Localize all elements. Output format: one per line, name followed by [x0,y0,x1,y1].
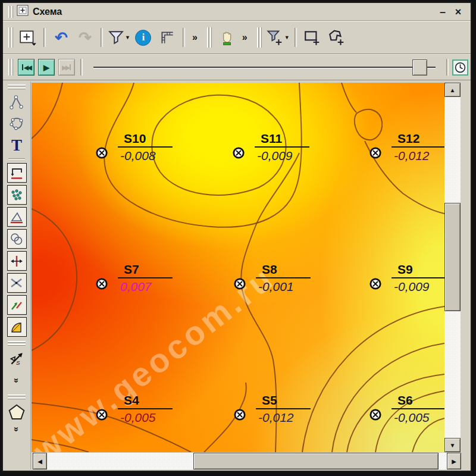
undo-button[interactable]: ↶ [49,26,73,49]
station-marker-icon[interactable] [96,147,108,159]
horizontal-scrollbar[interactable]: ◀ ▶ [33,453,461,469]
undo-arrow-icon: ↶ [55,29,68,47]
separator [8,158,25,159]
separator [446,59,449,76]
chevron-down-icon: ▼ [284,35,290,40]
toolbar-overflow-button[interactable]: » [189,32,201,43]
map-canvas[interactable]: www.geocom.ru S10-0,008S11-0,009S12-0,01… [32,83,444,452]
toolbar-grip[interactable] [257,27,262,48]
select-rectangle-button[interactable] [300,26,324,49]
vertical-scroll-thumb[interactable] [444,203,461,311]
main-toolbar: ↶ ↷ ▼ i » » ▼ [3,21,471,54]
polygon-nodes-icon [8,115,25,132]
station-value: -0,001 [256,280,327,294]
cross-tool-button[interactable] [7,273,27,293]
vector-tool-button[interactable] [7,295,27,315]
separator [80,59,83,76]
scroll-up-button[interactable]: ▲ [444,83,461,97]
separator [183,28,185,47]
station-name: S11 [255,131,309,148]
info-button[interactable]: i [131,26,155,49]
station-value: -0,005 [118,411,189,425]
horizontal-scroll-thumb[interactable] [193,453,439,469]
station-marker-icon[interactable] [233,147,245,159]
info-icon: i [135,30,151,46]
window-title: Схема [33,7,62,17]
angle-tool-button[interactable] [7,207,27,227]
window-icon [16,4,29,20]
station-marker-icon[interactable] [96,278,108,290]
station-value: -0,012 [256,411,327,425]
scroll-left-button[interactable]: ◀ [33,453,47,469]
junction-tool-button[interactable] [7,251,27,271]
corner-ruler-button[interactable] [155,26,179,49]
end-bar-icon [70,64,71,70]
scroll-right-button[interactable]: ▶ [447,453,461,469]
funnel-icon [108,29,124,46]
window-plus-icon [18,29,37,46]
frame-arrow-icon [9,165,24,181]
station-marker-icon[interactable] [369,409,381,421]
station-label: S70,007 [118,262,189,294]
polyline-tool-button[interactable] [6,92,27,113]
station-marker-icon[interactable] [234,278,246,290]
points-tool-button[interactable] [7,185,27,205]
angle-measure-icon [9,209,24,225]
new-view-button[interactable] [16,26,40,49]
cross-lines-icon [9,275,24,291]
titlebar-grip[interactable] [8,6,13,18]
redo-button[interactable]: ↷ [73,26,97,49]
time-settings-button[interactable] [452,60,468,76]
pentagon-icon [7,403,26,422]
station-marker-icon[interactable] [369,278,381,290]
polyline-icon [8,94,25,111]
pan-hand-button[interactable] [215,26,239,49]
timeline-slider[interactable] [92,59,437,76]
funnel-plus-icon [266,29,284,46]
toolbar-grip[interactable] [8,59,13,76]
station-value: -0,005 [392,411,444,425]
station-value: 0,007 [118,280,189,294]
play-button[interactable]: ▶ [38,59,55,76]
station-marker-icon[interactable] [234,409,246,421]
toolbar-grip[interactable] [8,394,26,399]
protractor-tool-button[interactable] [7,317,27,337]
station-value: -0,009 [255,149,326,163]
go-to-start-button[interactable]: ◀◀ [18,59,35,76]
vertical-scroll-track[interactable] [444,97,461,438]
titlebar[interactable]: Схема – × [3,3,471,21]
toolbar-grip[interactable] [8,84,26,89]
go-to-end-button[interactable]: ▶▶ [58,59,75,76]
station-marker-icon[interactable] [369,147,381,159]
horizontal-scroll-track[interactable] [47,453,447,469]
polygon-tool-button[interactable] [6,113,27,134]
station-label: S12-0,012 [392,131,444,163]
text-tool-button[interactable]: T [6,134,27,156]
scroll-down-button[interactable]: ▼ [444,438,461,452]
station-value: -0,012 [392,149,444,163]
close-button[interactable]: × [450,4,466,20]
slider-track[interactable] [93,67,436,68]
more-tools-chevron[interactable]: » [12,378,22,383]
filter-button[interactable]: ▼ [107,26,131,49]
circles-tool-button[interactable] [7,229,27,249]
slider-thumb[interactable] [412,60,427,76]
toolbar-grip[interactable] [207,27,212,48]
junction-arrows-icon [9,253,24,269]
select-polygon-button[interactable] [324,26,348,49]
station-name: S8 [256,262,311,278]
station-name: S12 [392,131,444,148]
minimize-button[interactable]: – [435,4,450,20]
frame-tool-button[interactable] [7,163,27,183]
filter-add-button[interactable]: ▼ [265,26,291,49]
toolbar-grip[interactable] [8,27,13,48]
more-tools-chevron[interactable]: » [12,427,22,431]
toolbar-overflow-button[interactable]: » [239,32,251,43]
scale-tool-button[interactable]: S [6,348,27,369]
pentagon-tool-button[interactable] [6,402,27,423]
station-marker-icon[interactable] [96,409,108,421]
station-name: S4 [118,393,173,409]
station-label: S4-0,005 [118,393,189,425]
vertical-scrollbar[interactable]: ▲ ▼ [444,83,461,452]
toolbar-grip[interactable] [8,341,26,346]
